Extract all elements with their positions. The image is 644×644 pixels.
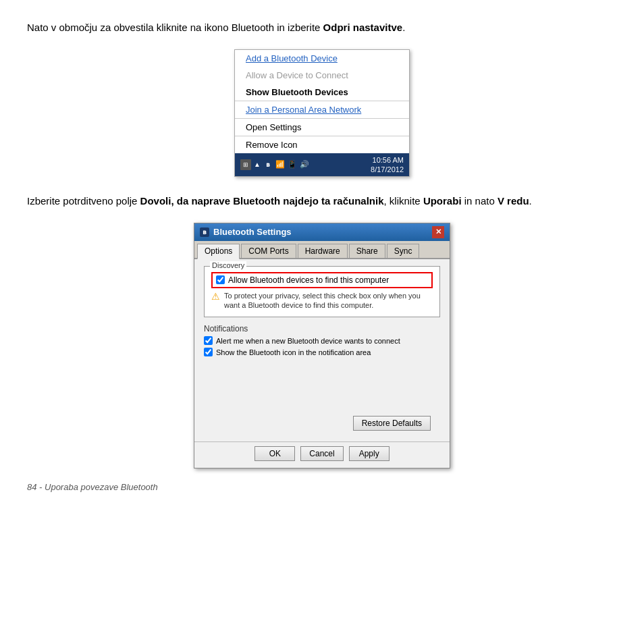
intro-paragraph: Nato v območju za obvestila kliknite na … (27, 20, 617, 36)
warning-icon: ⚠ (211, 292, 220, 301)
taskbar-phone-icon: 📱 (288, 160, 297, 169)
menu-item-show-bt[interactable]: Show Bluetooth Devices (235, 84, 409, 101)
notifications-label: Notifications (204, 324, 440, 333)
cancel-button[interactable]: Cancel (300, 446, 343, 461)
alert-label: Alert me when a new Bluetooth device wan… (216, 337, 400, 345)
menu-item-open-settings[interactable]: Open Settings (235, 118, 409, 136)
para2-text3: in nato (462, 195, 498, 207)
menu-item-add-bt[interactable]: Add a Bluetooth Device (235, 50, 409, 67)
menu-item-allow-connect[interactable]: Allow a Device to Connect (235, 67, 409, 84)
para2-bold2: Uporabi (423, 195, 462, 207)
menu-item-join-pan[interactable]: Join a Personal Area Network (235, 101, 409, 118)
apply-button[interactable]: Apply (349, 446, 390, 461)
titlebar-left: ʙ Bluetooth Settings (200, 227, 292, 237)
para2-bold3: V redu (498, 195, 529, 207)
para2-text1: Izberite potrditveno polje (27, 195, 140, 207)
discovery-label: Discovery (210, 261, 246, 269)
intro-text-2: . (402, 22, 405, 33)
para2: Izberite potrditveno polje Dovoli, da na… (27, 194, 617, 209)
taskbar-arrow-icon: ▲ (254, 161, 261, 168)
discovery-checkbox-highlighted: Allow Bluetooth devices to find this com… (211, 272, 433, 288)
taskbar-signal-icon: 📶 (275, 160, 285, 169)
taskbar-icons: ⊞ ▲ ʙ 📶 📱 🔊 (240, 159, 309, 170)
tab-hardware[interactable]: Hardware (298, 244, 348, 258)
restore-btn-row: Restore Defaults (204, 413, 440, 435)
dialog-title: Bluetooth Settings (213, 227, 292, 237)
bt-title-icon: ʙ (200, 227, 209, 237)
para2-text4: . (529, 195, 532, 207)
intro-bold: Odpri nastavitve (323, 22, 403, 33)
taskbar-grid-icon: ⊞ (240, 159, 251, 170)
footer-text: 84 - Uporaba povezave Bluetooth (27, 482, 617, 492)
dialog-screenshot: ʙ Bluetooth Settings ✕ Options COM Ports… (27, 223, 617, 469)
allow-bt-label: Allow Bluetooth devices to find this com… (228, 275, 389, 285)
date-display: 8/17/2012 (371, 165, 404, 174)
dialog-button-row: OK Cancel Apply (194, 441, 450, 468)
taskbar-volume-icon: 🔊 (300, 160, 309, 169)
notifications-checkbox1-row: Alert me when a new Bluetooth device wan… (204, 336, 440, 345)
taskbar-bt-icon: ʙ (263, 160, 273, 169)
dialog-close-button[interactable]: ✕ (432, 226, 444, 238)
para2-bold1: Dovoli, da naprave Bluetooth najdejo ta … (140, 195, 384, 207)
tab-com-ports[interactable]: COM Ports (241, 244, 296, 258)
taskbar-time: 10:56 AM 8/17/2012 (371, 155, 404, 175)
menu-item-remove-icon[interactable]: Remove Icon (235, 136, 409, 153)
allow-bt-checkbox[interactable] (216, 275, 225, 284)
warning-text: To protect your privacy, select this che… (224, 291, 433, 311)
bluetooth-settings-dialog: ʙ Bluetooth Settings ✕ Options COM Ports… (194, 223, 450, 469)
intro-text-1: Nato v območju za obvestila kliknite na … (27, 22, 323, 33)
show-bt-icon-checkbox[interactable] (204, 348, 213, 356)
context-menu: Add a Bluetooth Device Allow a Device to… (234, 49, 410, 178)
dialog-content: Discovery Allow Bluetooth devices to fin… (194, 259, 450, 442)
restore-defaults-button[interactable]: Restore Defaults (353, 416, 431, 431)
warning-row: ⚠ To protect your privacy, select this c… (211, 291, 433, 311)
context-menu-screenshot: Add a Bluetooth Device Allow a Device to… (27, 49, 617, 178)
taskbar-strip: ⊞ ▲ ʙ 📶 📱 🔊 10:56 AM 8/17/2012 (235, 153, 409, 177)
alert-checkbox[interactable] (204, 336, 213, 345)
spacer (204, 359, 440, 413)
tab-options[interactable]: Options (197, 244, 240, 259)
notifications-section: Notifications Alert me when a new Blueto… (204, 324, 440, 356)
discovery-group: Discovery Allow Bluetooth devices to fin… (204, 266, 440, 318)
show-bt-icon-label: Show the Bluetooth icon in the notificat… (216, 348, 371, 356)
notifications-checkbox2-row: Show the Bluetooth icon in the notificat… (204, 348, 440, 356)
ok-button[interactable]: OK (254, 446, 295, 461)
dialog-titlebar: ʙ Bluetooth Settings ✕ (194, 223, 450, 241)
para2-text2: , kliknite (384, 195, 423, 207)
dialog-tabs[interactable]: Options COM Ports Hardware Share Sync (194, 241, 450, 259)
tab-share[interactable]: Share (349, 244, 385, 258)
tab-sync[interactable]: Sync (387, 244, 420, 258)
time-display: 10:56 AM (371, 155, 404, 165)
